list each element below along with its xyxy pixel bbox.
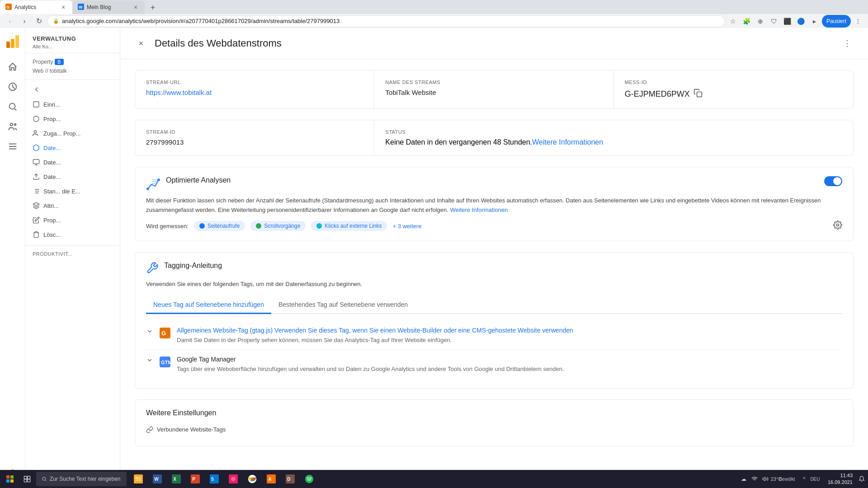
gtm-desc: Tags über eine Weboberfläche hinzufügen … [177, 365, 842, 374]
admin-item-date[interactable]: Date... [25, 141, 120, 155]
taskbar-app-app9[interactable]: D [281, 471, 299, 487]
close-button[interactable]: × [135, 37, 147, 50]
verbundene-website-tags-item[interactable]: Verbundene Website-Tags [146, 422, 842, 437]
admin-item-prop2[interactable]: Prop... [25, 213, 120, 227]
analysen-toggle[interactable] [824, 176, 842, 186]
main-content: × Details des Webdatenstroms ⋮ STREAM-UR… [120, 28, 868, 488]
taskbar-app-word[interactable]: W [148, 471, 166, 487]
tab-close-blog[interactable]: × [132, 4, 139, 11]
sidebar-search-icon[interactable] [4, 98, 22, 116]
chrome-extension-3[interactable]: ⬛ [781, 15, 794, 28]
taskbar-app-chrome[interactable] [243, 471, 261, 487]
taskbar-app-app8[interactable]: A [262, 471, 280, 487]
sidebar-audience-icon[interactable] [4, 117, 22, 136]
chevron-gtag-icon[interactable] [146, 328, 153, 337]
status-cell: STATUS Keine Daten in den vergangenen 48… [374, 120, 853, 155]
optimierte-analysen-card: Optimierte Analysen Mit dieser Funktion … [135, 167, 854, 241]
analytics-logo[interactable] [4, 32, 22, 50]
svg-rect-4 [6, 42, 10, 48]
task-view-button[interactable] [19, 471, 35, 487]
status-link[interactable]: Weitere Informationen [532, 138, 603, 146]
tab-close-analytics[interactable]: × [60, 4, 67, 11]
taskbar-language-icon: DEU [811, 474, 820, 483]
taskbar-network-icon[interactable] [750, 474, 759, 483]
taskbar-app-app6[interactable] [224, 471, 242, 487]
admin-item-attri[interactable]: Attri... [25, 198, 120, 213]
admin-item-zuga[interactable]: Zuga... Prop... [25, 126, 120, 141]
admin-item-losc[interactable]: Lösc... [25, 227, 120, 242]
produktivitaet-label: PRODUKTIVIT... [25, 248, 120, 258]
admin-item-prop[interactable]: Prop... [25, 112, 120, 126]
svg-rect-40 [28, 479, 30, 482]
admin-item-stan[interactable]: Stan... die E... [25, 184, 120, 198]
address-bar[interactable]: 🔒 analytics.google.com/analytics/web/pro… [47, 15, 725, 27]
svg-text:G: G [161, 330, 166, 337]
tag-option-gtm[interactable]: GTM Google Tag Manager Tags über eine We… [146, 350, 842, 379]
stream-id-cell: STREAM-ID 2797999013 [135, 120, 374, 155]
svg-point-8 [9, 103, 15, 109]
chrome-extension-4[interactable]: 🔵 [795, 15, 807, 28]
sidebar-reports-icon[interactable] [4, 78, 22, 96]
taskbar-app-powerpoint[interactable]: P [186, 471, 204, 487]
forward-button[interactable]: › [18, 15, 31, 28]
more-options-button[interactable]: ⋮ [841, 37, 854, 50]
detail-title: Details des Webdatenstroms [155, 38, 834, 49]
wird-gemessen-label: Wird gemessen: [146, 223, 189, 230]
new-tab-button[interactable]: + [146, 1, 159, 14]
stream-url-label: STREAM-URL [146, 80, 363, 85]
tagging-title: Tagging-Anleitung [164, 262, 222, 270]
metric-seitenaufrufe[interactable]: Seitenaufrufe [194, 221, 245, 231]
metrics-settings-button[interactable] [833, 221, 842, 232]
tab-meinblog[interactable]: W Mein Blog × [72, 0, 145, 14]
svg-point-10 [14, 124, 16, 126]
tagging-card: Tagging-Anleitung Verwenden Sie eines de… [135, 252, 854, 389]
metric-scrollvorgaenge[interactable]: Scrollvorgänge [250, 221, 306, 231]
extensions-button[interactable]: 🧩 [741, 15, 753, 28]
taskbar-app-explorer[interactable] [129, 471, 147, 487]
start-button[interactable] [2, 471, 18, 487]
back-button[interactable] [25, 82, 120, 97]
taskbar-time-display[interactable]: 11:43 16.09.2021 [824, 472, 856, 486]
svg-rect-15 [33, 102, 39, 107]
profile-button[interactable]: Pausiert [822, 15, 851, 28]
analysen-info-link[interactable]: Weitere Informationen [450, 206, 508, 213]
tab-favicon-analytics: G [5, 4, 12, 11]
chevron-gtm-icon[interactable] [146, 357, 153, 366]
svg-rect-34 [10, 475, 14, 479]
admin-item-date3[interactable]: Date... [25, 169, 120, 184]
status-label: STATUS [385, 129, 842, 135]
taskbar-app-spotify[interactable] [300, 471, 318, 487]
tag-option-gtag[interactable]: G Allgemeines Website-Tag (gtag.js) Verw… [146, 321, 842, 351]
tab-neues-tag[interactable]: Neues Tag auf Seitenebene hinzufügen [146, 296, 271, 314]
admin-item-date2[interactable]: Date... [25, 155, 120, 169]
svg-text:P: P [192, 477, 195, 482]
gtm-title: Google Tag Manager [177, 356, 842, 363]
copy-mess-id-button[interactable] [693, 89, 703, 99]
more-metrics-link[interactable]: + 3 weitere [392, 223, 421, 230]
tab-analytics[interactable]: G Analytics × [0, 0, 72, 14]
sidebar-list-icon[interactable] [4, 137, 22, 155]
taskbar-arrow-icon[interactable]: ^ [800, 474, 809, 483]
sidebar-home-icon[interactable] [4, 58, 22, 76]
tab-bestehendes-tag[interactable]: Bestehendes Tag auf Seitenebene verwende… [271, 296, 415, 314]
taskbar-search-bar[interactable]: Zur Suche Text hier eingeben [36, 472, 127, 486]
taskbar-cloud-icon[interactable]: ☁ [739, 474, 748, 483]
taskbar-notifications-button[interactable] [857, 474, 866, 483]
lock-icon: 🔒 [53, 18, 59, 24]
bookmark-button[interactable]: ☆ [727, 15, 740, 28]
chrome-extension-1[interactable]: ⊕ [754, 15, 767, 28]
metric-klicks[interactable]: Klicks auf externe Links [311, 221, 387, 231]
svg-rect-6 [15, 35, 19, 48]
svg-marker-61 [763, 477, 765, 481]
taskbar-app-excel[interactable]: X [167, 471, 185, 487]
admin-item-einri[interactable]: Einri... [25, 97, 120, 112]
taskbar-app-app5[interactable]: 5 [205, 471, 223, 487]
chrome-menu-button[interactable]: ⋮ [852, 15, 864, 28]
back-button[interactable]: ‹ [4, 15, 16, 28]
mess-id-label: MESS-ID [625, 80, 842, 85]
chrome-extension-2[interactable]: 🛡 [768, 15, 780, 28]
chrome-extension-5[interactable]: ▸ [808, 15, 821, 28]
taskbar-volume-icon[interactable] [761, 474, 770, 483]
reload-button[interactable]: ↻ [33, 15, 45, 28]
svg-point-28 [837, 224, 839, 226]
